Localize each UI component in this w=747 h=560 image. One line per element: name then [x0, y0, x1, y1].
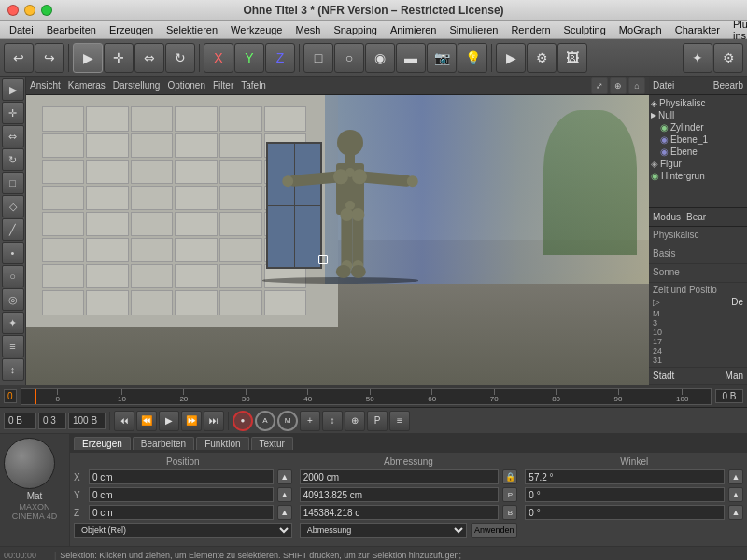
lt-scale[interactable]: ⇔: [2, 125, 24, 147]
pos-z-input[interactable]: [89, 505, 274, 520]
pos-x-input[interactable]: [89, 469, 274, 484]
apply-select[interactable]: Abmessung: [300, 523, 468, 538]
pb-field-start[interactable]: [4, 413, 36, 429]
menu-selektieren[interactable]: Selektieren: [161, 23, 223, 36]
angle-b-btn[interactable]: ▲: [728, 505, 743, 520]
tree-item-hintergrund[interactable]: ◉ Hintergrun: [651, 170, 745, 182]
lt-cam[interactable]: ◎: [2, 288, 24, 311]
menu-mograph[interactable]: MoGraph: [613, 23, 668, 36]
lt-rotate[interactable]: ↻: [2, 148, 24, 171]
tab-erzeugen[interactable]: Erzeugen: [74, 437, 131, 450]
pos-type-select[interactable]: Objekt (Rel): [74, 523, 292, 538]
vt-kameras[interactable]: Kameras: [68, 80, 106, 91]
redo-button[interactable]: ↪: [35, 43, 64, 73]
menu-mesh[interactable]: Mesh: [289, 23, 326, 36]
tab-funktion[interactable]: Funktion: [196, 437, 248, 450]
pb-btn-nextframe[interactable]: ⏩: [181, 411, 202, 431]
rotate-tool[interactable]: ↻: [165, 43, 195, 73]
light-tool[interactable]: 💡: [458, 43, 487, 73]
lt-box[interactable]: □: [2, 172, 24, 194]
viewport[interactable]: [26, 95, 649, 385]
tree-item-figur[interactable]: ◈ Figur: [651, 158, 745, 170]
pb-record-btn[interactable]: ●: [233, 411, 253, 431]
tab-textur[interactable]: Textur: [251, 437, 293, 450]
vp-nav-pan[interactable]: ⤢: [591, 77, 608, 94]
vt-ansicht[interactable]: Ansicht: [30, 80, 61, 91]
vt-darstellung[interactable]: Darstellung: [113, 80, 161, 91]
pb-extra1[interactable]: +: [300, 411, 320, 431]
pb-btn-play[interactable]: ▶: [159, 411, 179, 431]
tree-item-null[interactable]: ▶ Null: [651, 109, 745, 121]
menu-charakter[interactable]: Charakter: [669, 23, 726, 36]
dim-x-input[interactable]: [300, 469, 500, 484]
rp-tab-bear[interactable]: Bear: [686, 212, 706, 222]
pb-field-end[interactable]: [68, 413, 106, 429]
render-button[interactable]: ▶: [496, 43, 526, 73]
lt-edge[interactable]: ╱: [2, 218, 24, 241]
apply-button[interactable]: Anwenden: [471, 523, 517, 538]
pos-y-input[interactable]: [89, 487, 274, 502]
rp-tab-modus[interactable]: Modus: [653, 212, 681, 222]
camera-tool[interactable]: 📷: [427, 43, 457, 73]
timeline-track[interactable]: 0 10 20 30 40 50 60 70 80 90 100: [21, 388, 712, 405]
lt-light[interactable]: ✦: [2, 312, 24, 334]
undo-button[interactable]: ↩: [4, 43, 34, 73]
menu-sculpting[interactable]: Sculpting: [558, 23, 612, 36]
move-tool[interactable]: ✛: [104, 43, 134, 73]
tree-item-zylinder[interactable]: ◉ Zylinder: [651, 121, 745, 133]
tree-item-physik[interactable]: ◈ Physikalisc: [651, 97, 745, 109]
close-button[interactable]: [7, 5, 19, 16]
dim-z-lock[interactable]: B: [502, 505, 517, 520]
select-tool[interactable]: ▶: [73, 43, 103, 73]
menu-erzeugen[interactable]: Erzeugen: [104, 23, 159, 36]
menu-werkzeuge[interactable]: Werkzeuge: [225, 23, 288, 36]
pb-motion-btn[interactable]: M: [277, 411, 298, 431]
dim-z-input[interactable]: [300, 505, 500, 520]
vt-tafeln[interactable]: Tafeln: [241, 80, 266, 91]
render-view[interactable]: 🖼: [557, 43, 587, 73]
menu-snapping[interactable]: Snapping: [328, 23, 383, 36]
settings-button[interactable]: ⚙: [713, 43, 743, 73]
menu-datei[interactable]: Datei: [4, 23, 39, 36]
cylinder-tool[interactable]: ○: [334, 43, 364, 73]
lt-arrow[interactable]: ↕: [2, 358, 24, 381]
angle-b-input[interactable]: [525, 505, 725, 520]
sphere-tool[interactable]: ◉: [365, 43, 395, 73]
minimize-button[interactable]: [24, 5, 35, 16]
rph-bearb[interactable]: Beearb: [713, 80, 743, 91]
pos-y-btn[interactable]: ▲: [277, 487, 292, 502]
pb-extra5[interactable]: ≡: [389, 411, 410, 431]
pb-extra4[interactable]: P: [367, 411, 388, 431]
tree-item-ebene[interactable]: ◉ Ebene: [651, 146, 745, 158]
tree-item-ebene1[interactable]: ◉ Ebene_1: [651, 133, 745, 146]
dim-y-input[interactable]: [300, 487, 500, 502]
lt-point[interactable]: •: [2, 242, 24, 264]
pb-extra3[interactable]: ⊕: [345, 411, 365, 431]
vt-filter[interactable]: Filter: [213, 80, 233, 91]
vp-nav-zoom[interactable]: ⊕: [610, 77, 627, 94]
material-ball[interactable]: [4, 438, 55, 489]
cube-tool[interactable]: □: [303, 43, 333, 73]
y-axis-button[interactable]: Y: [234, 43, 264, 73]
rp-basis[interactable]: Basis: [649, 245, 747, 264]
tab-bearbeiten[interactable]: Bearbeiten: [133, 437, 194, 450]
lights-button[interactable]: ✦: [683, 43, 712, 73]
angle-h-btn[interactable]: ▲: [728, 469, 743, 484]
pb-field-current[interactable]: [38, 413, 66, 429]
pb-auto-btn[interactable]: A: [255, 411, 275, 431]
rph-datei[interactable]: Datei: [653, 80, 674, 91]
angle-p-input[interactable]: [525, 487, 725, 502]
lt-select[interactable]: ▶: [2, 78, 24, 101]
pos-x-btn[interactable]: ▲: [277, 469, 292, 484]
menu-animieren[interactable]: Animieren: [385, 23, 443, 36]
vp-nav-home[interactable]: ⌂: [628, 77, 645, 94]
lt-obj[interactable]: ○: [2, 265, 24, 287]
pb-btn-tostart[interactable]: ⏮: [114, 411, 134, 431]
angle-h-input[interactable]: [525, 469, 725, 484]
rp-sonne[interactable]: Sonne: [649, 264, 747, 283]
dim-x-lock[interactable]: 🔒: [502, 469, 517, 484]
pb-btn-prevframe[interactable]: ⏪: [136, 411, 157, 431]
pb-btn-toend[interactable]: ⏭: [204, 411, 224, 431]
scale-tool[interactable]: ⇔: [134, 43, 164, 73]
angle-p-btn[interactable]: ▲: [728, 487, 743, 502]
